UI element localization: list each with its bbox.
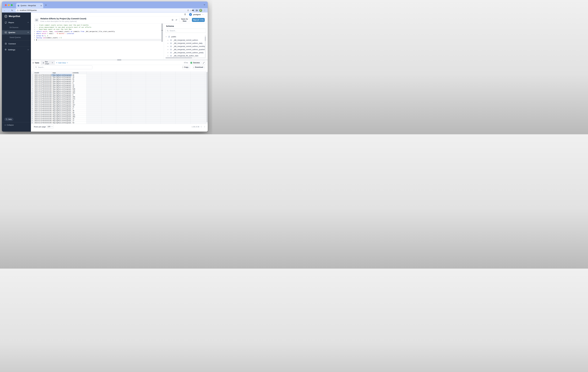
cell-repo[interactable]: https://github.com/mergestat/... <box>52 92 72 94</box>
cell-repo[interactable]: https://github.com/mergestat/... <box>52 98 72 100</box>
code-line[interactable]: 4select month, repo, sum(commit_count) a… <box>31 31 161 33</box>
cell-month[interactable]: 2022-10-01T00:00:00.000Z <box>34 80 52 82</box>
reload-button[interactable]: ↻ <box>11 9 13 11</box>
new-tab-button[interactable]: + <box>45 4 47 6</box>
cell-commits[interactable]: 31 <box>72 106 87 108</box>
cell-repo[interactable]: https://github.com/mergestat/... <box>52 106 72 108</box>
sidebar-item-connect[interactable]: Connect <box>2 41 31 46</box>
expand-results-button[interactable] <box>202 61 205 64</box>
close-tab-icon[interactable]: ✕ <box>52 62 53 64</box>
cell-month[interactable]: 2022-10-01T00:00:00.000Z <box>34 88 52 90</box>
query-description-placeholder[interactable]: Enter a short description for this query… <box>41 21 77 22</box>
next-page-button[interactable] <box>203 126 206 128</box>
extensions-puzzle-icon[interactable] <box>192 9 194 11</box>
cell-month[interactable]: 2023-01-01T00:00:00.000Z <box>34 114 52 116</box>
results-search[interactable] <box>34 65 92 69</box>
cell-month[interactable]: 2022-11-01T00:00:00.000Z <box>34 92 52 94</box>
schema-table-item[interactable]: ▸_dbt_mergestat_commit_authors_quarterly <box>164 48 206 51</box>
cell-month[interactable]: 2022-10-01T00:00:00.000Z <box>34 86 52 88</box>
cell-repo[interactable]: https://github.com/mergestat/... <box>52 122 72 124</box>
run-query-button[interactable]: Run (⇧ + ↵) <box>192 18 205 22</box>
cell-commits[interactable]: 53 <box>72 122 87 124</box>
cell-repo[interactable]: https://github.com/mergestat/... <box>52 96 72 98</box>
code-lines[interactable]: 1-- track commit counts across repos ove… <box>31 24 161 41</box>
cell-month[interactable]: 2022-12-01T00:00:00.000Z <box>34 108 52 110</box>
cell-month[interactable]: 2022-12-01T00:00:00.000Z <box>34 106 52 108</box>
window-close-button[interactable] <box>5 4 7 6</box>
caret-right-icon[interactable]: ▸ <box>168 42 169 44</box>
cell-month[interactable]: 2022-11-01T00:00:00.000Z <box>34 96 52 98</box>
cell-commits[interactable]: 80 <box>72 74 87 76</box>
sidebar-item-repos[interactable]: Repos <box>2 20 31 25</box>
back-button[interactable]: ← <box>4 9 6 11</box>
cell-repo[interactable]: https://github.com/mergestat/... <box>52 104 72 106</box>
cell-repo[interactable]: https://github.com/mergestat/... <box>52 112 72 114</box>
query-settings-gear-icon[interactable]: ⚙ <box>171 19 173 21</box>
save-as-new-button[interactable]: Save As New <box>179 18 190 22</box>
schema-table-item[interactable]: ▸_dbt_mergestat_commit_authors_monthly <box>164 45 206 48</box>
add-view-button[interactable]: + Add View <box>56 61 68 65</box>
tab-close-icon[interactable]: ✕ <box>41 5 42 7</box>
bookmark-star-icon[interactable]: ☆ <box>190 9 192 11</box>
cell-commits[interactable]: 283 <box>72 116 87 118</box>
code-line[interactable]: 2-- proxy measurement to see what projec… <box>31 26 161 29</box>
cell-commits[interactable]: 15 <box>72 80 87 82</box>
cell-commits[interactable]: 17 <box>72 120 87 122</box>
cell-month[interactable]: 2022-10-01T00:00:00.000Z <box>34 90 52 92</box>
cell-commits[interactable]: 23 <box>72 102 87 104</box>
cell-month[interactable]: 2022-10-01T00:00:00.000Z <box>34 76 52 78</box>
schema-horizontal-scrollbar[interactable] <box>166 57 206 58</box>
schema-node-public[interactable]: ▾ public <box>166 35 176 38</box>
cell-commits[interactable]: 9 <box>72 94 87 96</box>
query-title[interactable]: Relative Efforts by Project (by Commit C… <box>41 17 86 20</box>
column-header-commits[interactable]: commits <box>72 72 87 74</box>
cell-repo[interactable]: https://github.com/mergestat/... <box>52 76 72 78</box>
sidebar-item-queries[interactable]: Queries <box>2 30 31 35</box>
window-minimize-button[interactable] <box>8 4 10 6</box>
cell-month[interactable]: 2022-12-01T00:00:00.000Z <box>34 104 52 106</box>
column-header-month[interactable]: month <box>34 72 52 74</box>
results-search-input[interactable] <box>38 66 91 68</box>
cell-commits[interactable]: 9 <box>72 82 87 84</box>
cell-repo[interactable]: https://github.com/mergestat/... <box>52 86 72 88</box>
site-info-icon[interactable] <box>17 10 19 11</box>
cell-repo[interactable]: https://github.com/mergestat/... <box>52 82 72 84</box>
cell-month[interactable]: 2022-12-01T00:00:00.000Z <box>34 98 52 100</box>
cell-commits[interactable]: 20 <box>72 100 87 102</box>
previous-page-button[interactable] <box>200 126 202 128</box>
cell-month[interactable]: 2022-10-01T00:00:00.000Z <box>34 78 52 80</box>
cell-commits[interactable]: 252 <box>72 92 87 94</box>
browser-tab[interactable]: Queries - MergeStat ✕ <box>16 3 43 8</box>
tab-search-chevron-icon[interactable] <box>204 4 205 5</box>
cell-commits[interactable]: 38 <box>72 110 87 112</box>
cell-repo[interactable]: https://github.com/mergestat/... <box>52 74 72 76</box>
user-avatar[interactable] <box>189 13 192 16</box>
schema-table-item[interactable]: ▸_dbt_mergestat_file_author_stats <box>164 54 206 57</box>
column-header-repo[interactable]: repo <box>52 72 72 74</box>
cell-repo[interactable]: https://github.com/mergestat/... <box>52 116 72 118</box>
schema-search[interactable] <box>166 29 206 33</box>
cell-commits[interactable]: 15 <box>72 84 87 86</box>
cell-commits[interactable]: 42 <box>72 86 87 88</box>
docs-book-icon[interactable] <box>184 13 186 16</box>
cell-month[interactable]: 2022-12-01T00:00:00.000Z <box>34 100 52 102</box>
cell-month[interactable]: 2022-10-01T00:00:00.000Z <box>34 84 52 86</box>
cell-commits[interactable]: 273 <box>72 98 87 100</box>
code-line[interactable]: 8 <box>31 39 161 41</box>
cell-month[interactable]: 2022-12-01T00:00:00.000Z <box>34 102 52 104</box>
share-icon[interactable] <box>187 9 189 11</box>
code-line[interactable]: 1-- track commit counts across repos ove… <box>31 24 161 26</box>
cell-month[interactable]: 2022-12-01T00:00:00.000Z <box>34 110 52 112</box>
cell-repo[interactable]: https://github.com/mergestat/... <box>52 94 72 96</box>
schema-table-item[interactable]: ▸_dbt_mergestat_commit_authors <box>164 39 206 42</box>
forward-button[interactable]: → <box>8 9 10 11</box>
cell-repo[interactable]: https://github.com/mergestat/... <box>52 88 72 90</box>
username[interactable]: postgres <box>193 13 201 16</box>
caret-right-icon[interactable]: ▸ <box>168 52 169 53</box>
rows-per-page-select[interactable]: 100 <box>47 125 54 128</box>
cell-commits[interactable]: 110 <box>72 114 87 116</box>
cell-month[interactable]: 2023-01-01T00:00:00.000Z <box>34 118 52 120</box>
code-line[interactable]: 7having sum(commit_count) > 5 <box>31 37 161 39</box>
schema-table-item[interactable]: ▸_dbt_mergestat_commit_authors_yearly <box>164 51 206 54</box>
code-line[interactable]: 6group by 1, 2 <box>31 35 161 37</box>
